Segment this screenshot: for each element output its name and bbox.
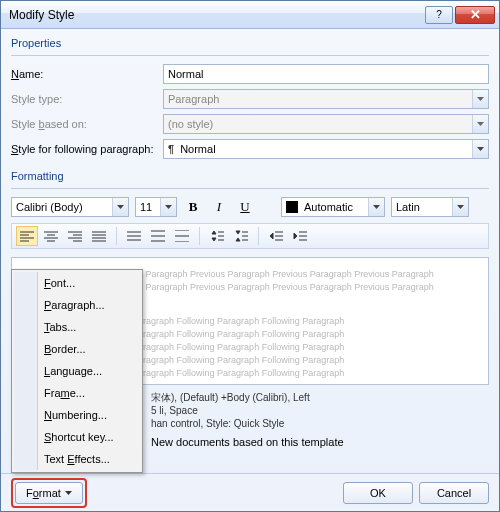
font-color-combo[interactable]: Automatic: [281, 197, 385, 217]
ok-button[interactable]: OK: [343, 482, 413, 504]
format-menu: Font... Paragraph... Tabs... Border... L…: [11, 269, 143, 473]
modify-style-dialog: Modify Style ? ✕ Properties Name: Normal…: [0, 0, 500, 512]
line-spacing-1-button[interactable]: [123, 226, 145, 246]
chevron-down-icon: [112, 198, 128, 216]
menu-item-frame[interactable]: Frame...: [14, 382, 140, 404]
align-left-button[interactable]: [16, 226, 38, 246]
style-following-combo[interactable]: ¶ Normal: [163, 139, 489, 159]
menu-item-text-effects[interactable]: Text Effects...: [14, 448, 140, 470]
script-combo[interactable]: Latin: [391, 197, 469, 217]
dialog-footer: Format OK Cancel: [1, 473, 499, 511]
name-label: Name:: [11, 68, 163, 80]
menu-item-font[interactable]: Font...: [14, 272, 140, 294]
menu-item-numbering[interactable]: Numbering...: [14, 404, 140, 426]
style-type-label: Style type:: [11, 93, 163, 105]
title-bar: Modify Style ? ✕: [1, 1, 499, 29]
style-based-on-label: Style based on:: [11, 118, 163, 130]
chevron-down-icon: [472, 90, 488, 108]
cancel-button[interactable]: Cancel: [419, 482, 489, 504]
bold-button[interactable]: B: [183, 197, 203, 217]
formatting-group-label: Formatting: [11, 170, 489, 182]
increase-indent-button[interactable]: [289, 226, 311, 246]
font-size-combo[interactable]: 11: [135, 197, 177, 217]
space-before-dec-button[interactable]: [230, 226, 252, 246]
color-swatch-icon: [286, 201, 298, 213]
decrease-indent-button[interactable]: [265, 226, 287, 246]
formatting-row-align: [11, 223, 489, 249]
help-button[interactable]: ?: [425, 6, 453, 24]
chevron-down-icon: [160, 198, 176, 216]
paragraph-icon: ¶: [168, 143, 174, 155]
chevron-down-icon: [472, 115, 488, 133]
template-checkbox-label: New documents based on this template: [151, 436, 344, 448]
chevron-down-icon: [452, 198, 468, 216]
dialog-body: Properties Name: Normal Style type: Para…: [1, 29, 499, 473]
properties-group-label: Properties: [11, 37, 489, 49]
chevron-down-icon: [65, 491, 72, 495]
template-checkbox-row: New documents based on this template: [151, 436, 489, 448]
menu-item-border[interactable]: Border...: [14, 338, 140, 360]
menu-item-tabs[interactable]: Tabs...: [14, 316, 140, 338]
space-before-inc-button[interactable]: [206, 226, 228, 246]
align-right-button[interactable]: [64, 226, 86, 246]
chevron-down-icon: [472, 140, 488, 158]
menu-item-shortcut[interactable]: Shortcut key...: [14, 426, 140, 448]
font-family-combo[interactable]: Calibri (Body): [11, 197, 129, 217]
underline-button[interactable]: U: [235, 197, 255, 217]
align-center-button[interactable]: [40, 226, 62, 246]
chevron-down-icon: [368, 198, 384, 216]
format-button[interactable]: Format: [15, 482, 83, 504]
menu-item-language[interactable]: Language...: [14, 360, 140, 382]
menu-item-paragraph[interactable]: Paragraph...: [14, 294, 140, 316]
style-type-combo: Paragraph: [163, 89, 489, 109]
line-spacing-15-button[interactable]: [147, 226, 169, 246]
style-following-label: Style for following paragraph:: [11, 143, 163, 155]
italic-button[interactable]: I: [209, 197, 229, 217]
name-input[interactable]: Normal: [163, 64, 489, 84]
close-button[interactable]: ✕: [455, 6, 495, 24]
formatting-row-font: Calibri (Body) 11 B I U Automatic Latin: [11, 197, 489, 217]
window-title: Modify Style: [9, 8, 423, 22]
align-justify-button[interactable]: [88, 226, 110, 246]
line-spacing-2-button[interactable]: [171, 226, 193, 246]
style-based-on-combo: (no style): [163, 114, 489, 134]
